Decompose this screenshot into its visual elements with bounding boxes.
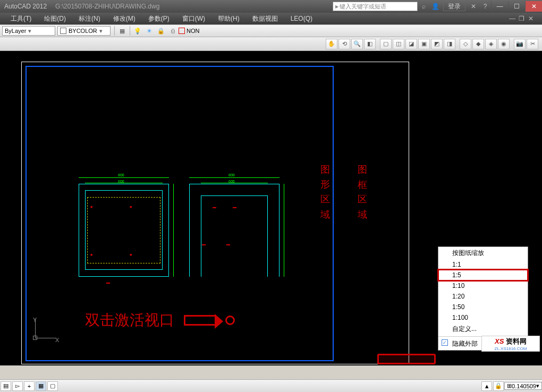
label: ■	[90, 205, 92, 209]
label: ▬	[213, 205, 216, 209]
sun-icon[interactable]: ☀	[143, 26, 155, 36]
lamp-icon[interactable]: 💡	[132, 26, 143, 36]
3d-conceptual-icon[interactable]: ◩	[431, 39, 443, 49]
menu-draw[interactable]: 绘图(D)	[38, 14, 72, 23]
callout-highlight	[377, 354, 436, 364]
viewcube-icon[interactable]: ◧	[364, 39, 376, 49]
scale-menu: 按图纸缩放 1:1 1:5 1:10 1:20 1:50 1:100 自定义..…	[438, 246, 528, 351]
vs-wire-icon[interactable]: ◇	[460, 39, 471, 49]
arrow-icon	[184, 315, 216, 326]
minimize-button[interactable]: —	[491, 1, 508, 12]
title-bar: AutoCAD 2012 G:\20150708-ZHIHU\DRAWING.d…	[0, 0, 542, 13]
annotation-instruction: 双击激活视口	[85, 310, 235, 330]
vs-edge-icon[interactable]: ◈	[485, 39, 497, 49]
doc-minimize-icon[interactable]: —	[509, 15, 519, 22]
user-icon[interactable]: 👤	[430, 1, 441, 12]
properties-toolbar: ByLayer BYCOLOR ▦ 💡 ☀ 🔒 ⎙ NON	[0, 24, 542, 37]
pan-icon[interactable]: ✋	[326, 39, 337, 49]
label: ■	[130, 253, 132, 257]
menu-modify[interactable]: 修改(M)	[107, 14, 142, 23]
menu-window[interactable]: 窗口(W)	[176, 14, 211, 23]
3d-wire-icon[interactable]: ◫	[393, 39, 404, 49]
label: ▬	[106, 280, 110, 284]
dim-text: 800	[228, 173, 235, 177]
render-icon[interactable]: ◉	[498, 39, 510, 49]
close-button[interactable]: ✕	[525, 1, 542, 12]
exchange-icon[interactable]: ✕	[468, 1, 479, 12]
3d-hidden-icon[interactable]: ◪	[405, 39, 417, 49]
drawing-area[interactable]: 800 600 ■ ■ ■ ■ ▬ 800 600 ▬ ▬ ▬ ▬ 图形区域 图…	[0, 51, 542, 365]
annotation-icon[interactable]: ▲	[481, 381, 492, 391]
visual-styles-toolbar: ✋ ⟲ 🔍 ◧ ▢ ◫ ◪ ▣ ◩ ◨ ◇ ◆ ◈ ◉ 📷 ✂	[0, 37, 542, 51]
dim-line	[173, 184, 174, 277]
scale-option[interactable]: 1:100	[438, 312, 528, 323]
maximize-button[interactable]: ☐	[508, 1, 525, 12]
dim-line	[189, 177, 280, 178]
model-tab-icon[interactable]: ▤	[1, 381, 11, 391]
menu-leo[interactable]: LEO(Q)	[284, 15, 319, 22]
menu-tools[interactable]: 工具(T)	[4, 14, 38, 23]
camera-icon[interactable]: 📷	[514, 39, 526, 49]
label-drawing-area: 图形区域	[319, 157, 332, 217]
orbit-icon[interactable]: ⟲	[338, 39, 350, 49]
help-icon[interactable]: ?	[480, 1, 490, 12]
scale-menu-header: 按图纸缩放	[438, 247, 528, 259]
watermark: XS 资料网 ZL.XS1616.COM	[481, 336, 540, 352]
dim-text: 800	[118, 173, 124, 177]
box-icon[interactable]: ▢	[380, 39, 392, 49]
doc-close-icon[interactable]: ✕	[528, 15, 538, 22]
scale-option[interactable]: 1:5	[438, 270, 528, 280]
vs-shade-icon[interactable]: ◆	[472, 39, 484, 49]
label: ▬	[233, 205, 236, 209]
doc-restore-icon[interactable]: ❐	[519, 15, 528, 22]
layouts-icon[interactable]: ▦	[36, 381, 46, 391]
scale-option[interactable]: 1:50	[438, 302, 528, 312]
label: ■	[90, 253, 92, 257]
3d-shaded-icon[interactable]: ◨	[444, 39, 455, 49]
lock-icon[interactable]: 🔒	[155, 26, 167, 36]
layout-flag-icon[interactable]: ▻	[12, 381, 23, 391]
scale-option-custom[interactable]: 自定义...	[438, 323, 528, 335]
scale-option[interactable]: 1:1	[438, 259, 528, 270]
menu-bar: 工具(T) 绘图(D) 标注(N) 修改(M) 参数(P) 窗口(W) 帮助(H…	[0, 13, 542, 24]
zoom-icon[interactable]: 🔍	[351, 39, 363, 49]
label: ■	[130, 205, 132, 209]
dim-line	[79, 177, 169, 178]
menu-parametric[interactable]: 参数(P)	[142, 14, 176, 23]
label-frame-area: 图框区域	[356, 157, 369, 217]
layer-icon[interactable]: ▦	[116, 26, 128, 36]
layer-non[interactable]: NON	[179, 28, 199, 34]
menu-help[interactable]: 帮助(H)	[211, 14, 246, 23]
drawings-icon[interactable]: ▢	[47, 381, 58, 391]
status-bar: ▤ ▻ + ▦ ▢ ▲ 🔒 0.140509	[0, 379, 542, 392]
drawing-section	[87, 197, 160, 263]
linetype-dropdown[interactable]: ByLayer	[2, 26, 55, 36]
dim-line	[284, 184, 284, 277]
app-name: AutoCAD 2012	[0, 3, 51, 10]
menu-dataview[interactable]: 数据视图	[246, 14, 284, 23]
file-path: G:\20150708-ZHIHU\DRAWING.dwg	[51, 3, 159, 10]
dim-text: 600	[228, 180, 235, 183]
color-dropdown[interactable]: BYCOLOR	[57, 26, 111, 36]
scale-option[interactable]: 1:20	[438, 291, 528, 302]
login-button[interactable]: 登录	[443, 2, 465, 11]
menu-dimension[interactable]: 标注(N)	[72, 14, 107, 23]
3d-realistic-icon[interactable]: ▣	[418, 39, 430, 49]
scale-lock-icon[interactable]: 🔒	[493, 381, 504, 391]
scale-option[interactable]: 1:10	[438, 280, 528, 291]
clip-icon[interactable]: ✂	[527, 39, 538, 49]
plot-icon[interactable]: ⎙	[167, 26, 179, 36]
label: ▬	[226, 242, 230, 246]
label: ▬	[202, 242, 206, 246]
target-circle-icon	[225, 316, 235, 325]
search-input[interactable]: 键入关键字或短语	[333, 2, 418, 11]
annotation-scale-dropdown[interactable]: 0.140509	[504, 382, 542, 390]
infocenter-icon[interactable]: ⌕	[418, 1, 429, 12]
dim-text: 600	[118, 180, 124, 183]
quickview-icon[interactable]: +	[24, 381, 35, 391]
